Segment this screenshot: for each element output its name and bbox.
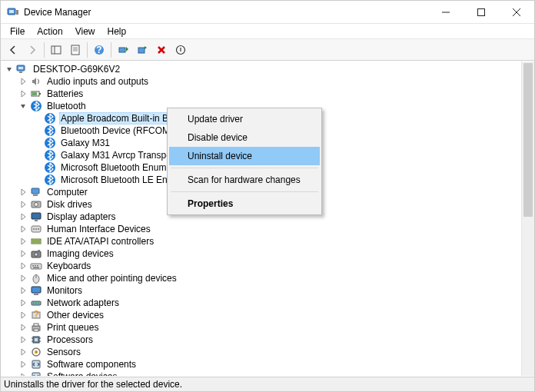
menu-file[interactable]: File [4, 25, 31, 38]
title-bar: Device Manager [1, 1, 534, 24]
expander-icon[interactable] [4, 64, 15, 75]
context-menu-item-0[interactable]: Update driver [169, 110, 320, 128]
tree-node-cat-12[interactable]: Network adapters [2, 297, 521, 309]
svg-rect-51 [35, 265, 36, 267]
expander-icon[interactable] [18, 101, 28, 111]
tree-node-label: Microsoft Bluetooth LE Enum [59, 174, 181, 185]
tree-node-label: IDE ATA/ATAPI controllers [45, 236, 155, 247]
menu-help[interactable]: Help [101, 25, 133, 38]
svg-rect-33 [32, 188, 39, 194]
expander-icon [32, 113, 42, 124]
expander-icon[interactable] [18, 211, 28, 222]
properties-button[interactable] [66, 41, 85, 59]
expander-icon[interactable] [18, 371, 28, 376]
svg-rect-53 [33, 267, 39, 269]
tree-node-cat-17[interactable]: Software components [2, 358, 521, 370]
disk-icon [30, 198, 42, 211]
imaging-icon [30, 247, 42, 260]
expander-icon[interactable] [18, 273, 28, 284]
svg-text:?: ? [96, 45, 101, 55]
tree-node-cat-7[interactable]: IDE ATA/ATAPI controllers [2, 235, 521, 247]
update-driver-button[interactable] [133, 41, 151, 59]
svg-point-36 [35, 203, 38, 207]
svg-point-60 [35, 303, 37, 304]
svg-rect-9 [71, 45, 79, 55]
svg-rect-57 [34, 294, 38, 295]
expander-icon[interactable] [18, 285, 28, 296]
tree-node-cat-11[interactable]: Monitors [2, 284, 521, 297]
tree-node-cat-10[interactable]: Mice and other pointing devices [2, 272, 521, 284]
expander-icon [32, 125, 42, 136]
display-icon [30, 211, 42, 223]
svg-rect-50 [32, 265, 34, 267]
tree-node-cat-9[interactable]: Keyboards [2, 260, 521, 272]
expander-icon[interactable] [18, 88, 28, 99]
svg-rect-16 [138, 48, 145, 53]
minimize-button[interactable] [428, 1, 464, 24]
printer-icon [30, 321, 42, 334]
window-title: Device Manager [24, 7, 428, 18]
expander-icon[interactable] [18, 199, 28, 210]
context-menu-item-2[interactable]: Uninstall device [169, 147, 320, 165]
scan-hardware-button[interactable] [114, 41, 132, 59]
maximize-button[interactable] [464, 1, 499, 24]
expander-icon[interactable] [18, 310, 28, 321]
expander-icon[interactable] [18, 236, 28, 247]
tree-node-root[interactable]: DESKTOP-G69K6V2 [2, 63, 521, 75]
tree-node-cat-13[interactable]: ?Other devices [2, 309, 521, 321]
expander-icon[interactable] [18, 347, 28, 357]
tree-node-cat-8[interactable]: Imaging devices [2, 247, 521, 260]
back-button[interactable] [4, 41, 22, 59]
tree-node-cat-16[interactable]: Sensors [2, 346, 521, 358]
tree-node-label: Mice and other pointing devices [45, 273, 178, 284]
help-button[interactable]: ? [90, 41, 108, 59]
expander-icon[interactable] [18, 359, 28, 370]
close-button[interactable] [499, 1, 534, 24]
other-icon: ? [30, 309, 42, 321]
bluetooth-icon [44, 125, 56, 137]
svg-point-74 [35, 350, 38, 354]
expander-icon[interactable] [18, 187, 28, 198]
toolbar-separator [44, 42, 45, 58]
status-text: Uninstalls the driver for the selected d… [4, 379, 182, 390]
app-icon [7, 6, 19, 18]
uninstall-device-button[interactable] [152, 41, 171, 59]
menu-view[interactable]: View [69, 25, 101, 38]
expander-icon[interactable] [18, 334, 28, 345]
svg-rect-34 [33, 194, 38, 196]
expander-icon[interactable] [18, 322, 28, 333]
context-menu-item-1[interactable]: Disable device [169, 128, 320, 147]
expander-icon[interactable] [18, 224, 28, 234]
tree-node-cat-15[interactable]: Processors [2, 334, 521, 346]
tree-node-cat-18[interactable]: Software devices [2, 370, 521, 376]
context-menu-item-6[interactable]: Properties [169, 194, 320, 213]
expander-icon[interactable] [18, 248, 28, 259]
tree-node-label: Microsoft Bluetooth Enumera [59, 162, 181, 173]
expander-icon[interactable] [18, 261, 28, 271]
context-menu-item-4[interactable]: Scan for hardware changes [169, 171, 320, 189]
toolbar-separator [87, 42, 88, 58]
expander-icon[interactable] [18, 297, 28, 308]
status-bar: Uninstalls the driver for the selected d… [1, 377, 534, 391]
svg-point-47 [35, 253, 38, 256]
tree-node-label: Processors [45, 334, 95, 345]
expander-icon[interactable] [18, 76, 28, 87]
tree-node-label: DESKTOP-G69K6V2 [32, 64, 121, 75]
tree-node-label: Print queues [45, 322, 100, 333]
tree-node-cat-6[interactable]: Human Interface Devices [2, 223, 521, 235]
show-hide-console-tree-button[interactable] [47, 41, 65, 59]
tree-node-cat-0[interactable]: Audio inputs and outputs [2, 75, 521, 88]
disable-device-button[interactable] [171, 41, 190, 59]
tree-node-cat-14[interactable]: Print queues [2, 321, 521, 334]
tree-node-label: Software devices [45, 371, 118, 376]
forward-button[interactable] [23, 41, 42, 59]
vertical-scrollbar[interactable] [521, 61, 534, 376]
svg-rect-56 [32, 287, 41, 293]
scrollbar-thumb[interactable] [523, 63, 533, 217]
svg-point-42 [38, 228, 39, 230]
tree-node-label: Software components [45, 359, 138, 370]
tree-node-cat-1[interactable]: Batteries [2, 88, 521, 100]
ide-icon [30, 235, 42, 247]
menu-action[interactable]: Action [31, 25, 68, 38]
bluetooth-icon [44, 161, 56, 174]
